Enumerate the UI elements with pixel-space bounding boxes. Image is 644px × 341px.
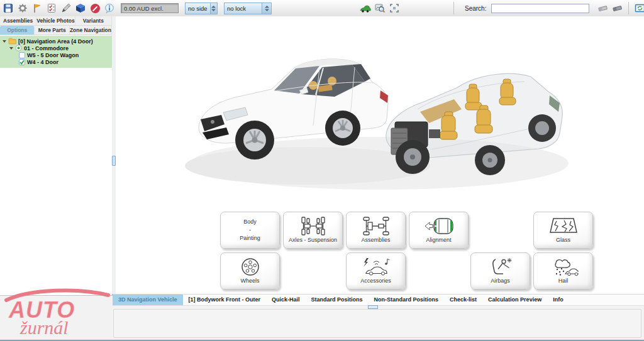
axles-suspension-icon <box>298 217 328 235</box>
airbag-icon <box>486 257 516 276</box>
tab-3d-navigation-vehicle[interactable]: 3D Navigation Vehicle <box>113 295 183 305</box>
tab-assemblies[interactable]: Assemblies <box>0 16 36 25</box>
toolbar-separator <box>628 2 629 14</box>
wheel-icon <box>235 257 265 276</box>
vehicle-node-icon <box>15 45 22 51</box>
expander-icon[interactable] <box>3 40 6 43</box>
checkbox-unchecked-icon[interactable] <box>19 52 25 58</box>
folder-icon <box>8 38 16 45</box>
tab-variants[interactable]: Variants <box>75 16 112 25</box>
tab-more-parts[interactable]: More Parts <box>35 26 69 35</box>
window-refresh-icon[interactable] <box>634 3 644 14</box>
detail-panel-empty <box>113 309 641 338</box>
tab-vehicle-photos[interactable]: Vehicle Photos <box>36 16 75 25</box>
tab-calculation-preview[interactable]: Calculation Preview <box>482 295 547 305</box>
zone-button-wheels[interactable]: Wheels <box>220 252 280 290</box>
navigation-sidebar: Assemblies Vehicle Photos Variants Optio… <box>0 16 113 296</box>
paint-marker-icon[interactable] <box>89 3 101 14</box>
lock-dropdown[interactable]: no lock <box>224 3 272 14</box>
dropdown-arrow-icon[interactable] <box>262 3 271 14</box>
logo-text-auto: AUTO <box>8 297 75 323</box>
checkbox-checked-icon[interactable] <box>19 59 25 65</box>
tab-options[interactable]: Options <box>0 26 35 35</box>
price-total-field: 0.00 AUD excl. <box>121 3 179 13</box>
zone-button-body-painting[interactable]: Body - Painting <box>220 212 280 249</box>
tree-item-w5-wagon[interactable]: W5 - 5 Door Wagon <box>0 51 112 58</box>
cube-3d-icon[interactable] <box>75 3 86 14</box>
tab-standard-positions[interactable]: Standard Positions <box>306 295 369 305</box>
expander-icon[interactable] <box>9 47 13 50</box>
zone-button-glass[interactable]: Glass <box>533 212 593 249</box>
zone-button-airbags[interactable]: Airbags <box>470 252 530 290</box>
navigation-tree: [0] Navigation Area (4 Door) 01 - Commod… <box>0 36 112 68</box>
glass-icon <box>548 217 579 235</box>
zone-button-axles-suspension[interactable]: Axles - Suspension <box>283 212 343 249</box>
toolbar-separator <box>453 2 454 14</box>
tab-zone-navigation[interactable]: Zone Navigation <box>70 26 112 35</box>
photo-search-icon[interactable] <box>374 3 386 14</box>
accessories-icon <box>361 257 391 276</box>
chassis-assemblies-icon <box>361 217 391 235</box>
search-input[interactable] <box>491 4 589 13</box>
zone-button-assemblies[interactable]: Assemblies <box>346 212 406 249</box>
sidebar-tab-row-2: Options More Parts Zone Navigation <box>0 26 112 35</box>
logo-text-zurnal: žurnál <box>19 317 69 338</box>
hail-icon <box>548 257 579 276</box>
settings-gear-icon[interactable] <box>17 3 28 14</box>
vehicle-3d-view[interactable] <box>185 28 575 192</box>
tree-item-commodore[interactable]: 01 - Commodore <box>0 45 112 51</box>
search-label: Search: <box>465 5 486 12</box>
alignment-icon <box>424 217 454 235</box>
checklist-icon[interactable] <box>46 3 57 14</box>
zone-button-hail[interactable]: Hail <box>533 252 593 290</box>
workflow-tab-bar: 3D Navigation Vehicle [1] Bodywork Front… <box>113 294 644 306</box>
eraser-dark-icon[interactable] <box>612 3 623 14</box>
flag-icon[interactable] <box>31 3 43 14</box>
horizontal-splitter[interactable] <box>113 305 644 308</box>
info-icon[interactable] <box>104 3 115 14</box>
tab-info[interactable]: Info <box>547 295 569 305</box>
estimating-app-window: 0.00 AUD excl. no side no lock <box>0 0 644 341</box>
tree-item-navigation-area[interactable]: [0] Navigation Area (4 Door) <box>0 38 112 45</box>
pen-ruler-icon[interactable] <box>60 3 72 14</box>
tab-quick-hail[interactable]: Quick-Hail <box>266 295 306 305</box>
eraser-light-icon[interactable] <box>597 3 609 14</box>
side-dropdown[interactable]: no side <box>185 3 218 14</box>
vehicle-green-icon[interactable] <box>360 3 371 14</box>
zone-button-accessories[interactable]: Accessories <box>346 252 406 290</box>
tree-item-w4-4door[interactable]: W4 - 4 Door <box>0 58 112 65</box>
fullscreen-icon[interactable] <box>389 3 400 14</box>
tab-check-list[interactable]: Check-list <box>444 295 482 305</box>
tab-bodywork-front-outer[interactable]: [1] Bodywork Front - Outer <box>183 295 267 305</box>
dropdown-arrow-icon[interactable] <box>210 3 217 14</box>
save-icon[interactable] <box>3 3 14 14</box>
3d-navigation-canvas[interactable]: Body - Painting Axles - Suspension <box>116 16 644 294</box>
main-toolbar: 0.00 AUD excl. no side no lock <box>0 0 644 17</box>
zone-button-alignment[interactable]: Alignment <box>409 212 469 249</box>
sidebar-tab-row-1: Assemblies Vehicle Photos Variants <box>0 16 112 26</box>
tab-non-standard-positions[interactable]: Non-Standard Positions <box>369 295 445 305</box>
